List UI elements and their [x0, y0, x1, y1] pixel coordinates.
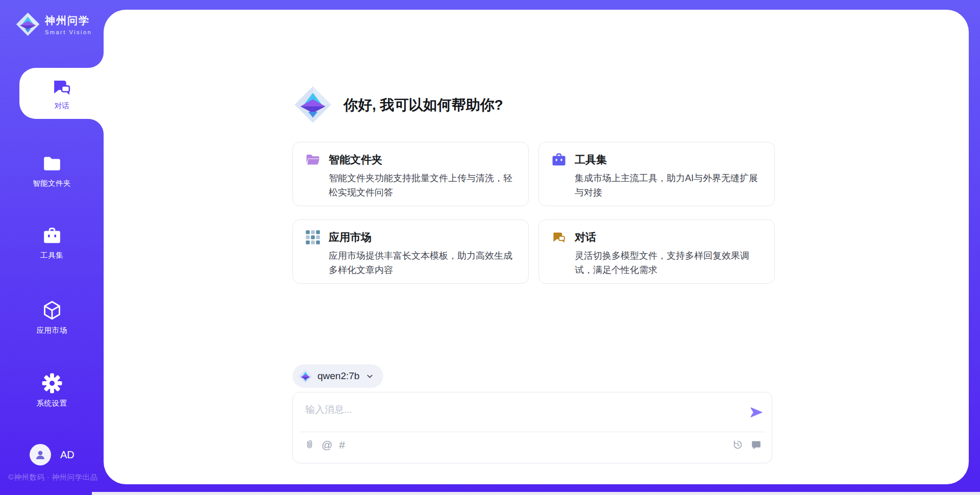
chevron-down-icon [365, 372, 374, 381]
main-panel: 你好, 我可以如何帮助你? 智能文件夹 智能文件夹功能支持批量文件上传与清洗，轻… [104, 10, 969, 484]
card-title: 智能文件夹 [329, 153, 382, 167]
card-smart-folder[interactable]: 智能文件夹 智能文件夹功能支持批量文件上传与清洗，轻松实现文件问答 [292, 142, 529, 206]
model-name: qwen2:7b [317, 370, 359, 382]
cube-icon [42, 300, 62, 320]
apps-grid-icon [305, 230, 321, 245]
sidebar-item-smart-folder[interactable]: 智能文件夹 [0, 154, 104, 188]
history-icon[interactable] [732, 439, 743, 450]
sidebar-item-settings[interactable]: 系统设置 [0, 373, 104, 408]
card-description: 灵活切换多模型文件，支持多样回复效果调试，满足个性化需求 [575, 249, 762, 277]
card-title: 对话 [575, 230, 596, 244]
card-title: 工具集 [575, 153, 607, 167]
message-input[interactable] [305, 401, 739, 419]
bottom-scrollbar-strip[interactable] [92, 492, 980, 495]
active-tab-flare-top [88, 53, 104, 68]
chat-icon [551, 230, 567, 245]
card-header: 工具集 [551, 152, 762, 167]
paperclip-icon[interactable] [304, 439, 315, 450]
sidebar-item-toolset[interactable]: 工具集 [0, 226, 104, 260]
send-icon [749, 405, 764, 419]
chat-icon [51, 77, 72, 98]
send-button[interactable] [749, 405, 764, 419]
model-diamond-logo-icon [299, 369, 312, 383]
brand-name: 神州问学 [45, 14, 92, 28]
toolbox-icon [42, 226, 62, 245]
greeting-diamond-logo-icon [294, 86, 332, 123]
feature-cards: 智能文件夹 智能文件夹功能支持批量文件上传与清洗，轻松实现文件问答 工具集 集成… [292, 142, 775, 284]
user-account[interactable]: AD [30, 444, 75, 465]
app-root: 神州问学 Smart Vision 对话 智能文件夹 工具集 应用市场 系统设置 [0, 0, 980, 495]
card-toolset[interactable]: 工具集 集成市场上主流工具，助力AI与外界无缝扩展与对接 [538, 142, 775, 206]
card-title: 应用市场 [329, 230, 372, 244]
brand-diamond-logo-icon [16, 12, 40, 36]
sidebar-item-label: 应用市场 [37, 326, 67, 335]
folder-open-icon [305, 152, 321, 167]
active-tab-flare-bottom [88, 119, 104, 134]
card-header: 智能文件夹 [305, 152, 516, 167]
avatar [30, 444, 51, 465]
sidebar-item-chat[interactable]: 对话 [19, 68, 104, 119]
person-icon [34, 448, 47, 461]
bubble-icon[interactable] [751, 439, 762, 450]
at-mention-icon[interactable]: @ [322, 439, 332, 450]
hash-icon[interactable]: # [339, 439, 345, 450]
gear-icon [42, 373, 62, 393]
sidebar-item-label: 工具集 [40, 251, 63, 260]
model-selector[interactable]: qwen2:7b [292, 364, 383, 388]
user-name: AD [60, 449, 75, 461]
card-description: 应用市场提供丰富长文本模板，助力高效生成多样化文章内容 [329, 249, 516, 277]
greeting-title: 你好, 我可以如何帮助你? [344, 95, 503, 115]
composer-divider [299, 432, 766, 432]
card-description: 智能文件夹功能支持批量文件上传与清洗，轻松实现文件问答 [329, 171, 516, 200]
copyright-text: ©神州数码 · 神州问学出品 [8, 473, 98, 482]
card-header: 应用市场 [305, 230, 516, 245]
sidebar-item-label: 系统设置 [37, 399, 67, 408]
card-header: 对话 [551, 230, 762, 245]
sidebar: 神州问学 Smart Vision 对话 智能文件夹 工具集 应用市场 系统设置 [0, 0, 104, 495]
composer-tools-left: @ # [304, 439, 345, 450]
folder-icon [42, 154, 62, 174]
card-chat[interactable]: 对话 灵活切换多模型文件，支持多样回复效果调试，满足个性化需求 [538, 219, 775, 284]
card-app-market[interactable]: 应用市场 应用市场提供丰富长文本模板，助力高效生成多样化文章内容 [292, 219, 529, 284]
brand-subtitle: Smart Vision [45, 29, 92, 35]
brand: 神州问学 Smart Vision [16, 12, 92, 36]
card-description: 集成市场上主流工具，助力AI与外界无缝扩展与对接 [575, 171, 762, 200]
message-composer: @ # [292, 392, 772, 463]
toolbox-icon [551, 152, 567, 167]
sidebar-item-app-market[interactable]: 应用市场 [0, 300, 104, 335]
sidebar-item-label: 对话 [55, 101, 69, 111]
composer-tools-right [732, 439, 762, 450]
sidebar-item-label: 智能文件夹 [33, 179, 71, 188]
